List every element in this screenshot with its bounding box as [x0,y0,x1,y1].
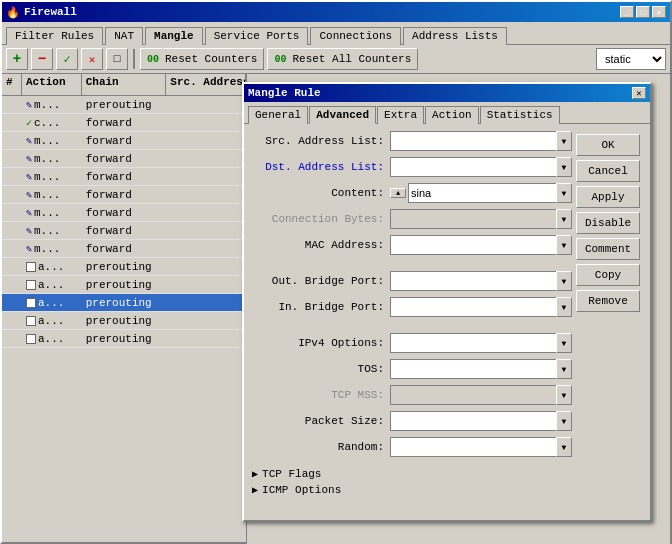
close-button[interactable]: ✕ [652,6,666,18]
table-row[interactable]: ✓ c... forward [2,114,246,132]
mac-address-arrow[interactable]: ▼ [556,235,572,255]
tab-service-ports[interactable]: Service Ports [205,27,309,45]
in-bridge-port-arrow[interactable]: ▼ [556,297,572,317]
reset-all-counters-button[interactable]: 00 Reset All Counters [267,48,418,70]
dialog-disable-button[interactable]: Disable [576,212,640,234]
tcp-mss-arrow[interactable]: ▼ [556,385,572,405]
ipv4-options-arrow[interactable]: ▼ [556,333,572,353]
dst-address-list-field[interactable] [390,157,557,177]
random-label: Random: [250,441,390,453]
connection-bytes-field[interactable] [390,209,557,229]
cell-src [166,248,246,250]
mac-address-field[interactable] [390,235,557,255]
add-button[interactable]: + [6,48,28,70]
out-bridge-port-field[interactable] [390,271,557,291]
tcp-mss-row: TCP MSS: ▼ [250,384,572,406]
enable-button[interactable]: ✓ [56,48,78,70]
table-row[interactable]: ✎ m... forward [2,240,246,258]
table-row[interactable]: ✎ m... forward [2,132,246,150]
out-bridge-port-arrow[interactable]: ▼ [556,271,572,291]
ipv4-options-field[interactable] [390,333,557,353]
apply-button[interactable]: Apply [576,186,640,208]
dialog-tab-action[interactable]: Action [425,106,479,124]
connection-bytes-input: ▼ [390,209,572,229]
cell-src [166,320,246,322]
table-row[interactable]: ✎ m... forward [2,186,246,204]
comment-button[interactable]: Comment [576,238,640,260]
in-bridge-port-field[interactable] [390,297,557,317]
dst-address-list-arrow[interactable]: ▼ [556,157,572,177]
cell-src [166,194,246,196]
divider-1 [250,260,572,266]
content-label: Content: [250,187,390,199]
table-row[interactable]: a... prerouting [2,312,246,330]
cell-num [2,104,22,106]
dialog-title-text: Mangle Rule [248,87,321,99]
table-row[interactable]: a... prerouting [2,258,246,276]
table-row[interactable]: ✎ m... forward [2,150,246,168]
random-field[interactable] [390,437,557,457]
dst-address-list-label: Dst. Address List: [250,161,390,173]
connection-bytes-arrow[interactable]: ▼ [556,209,572,229]
dialog-tab-general[interactable]: General [248,106,308,124]
table-row[interactable]: ✎ m... forward [2,168,246,186]
packet-size-arrow[interactable]: ▼ [556,411,572,431]
table-row[interactable]: a... prerouting [2,276,246,294]
table-row[interactable]: a... prerouting [2,294,246,312]
dialog-title-bar: Mangle Rule ✕ [244,84,650,102]
disable-button[interactable]: ✕ [81,48,103,70]
tab-address-lists[interactable]: Address Lists [403,27,507,45]
title-bar: 🔥 Firewall _ □ ✕ [2,2,670,22]
tcp-mss-field[interactable] [390,385,557,405]
icmp-options-expand[interactable]: ▶ ICMP Options [250,482,572,498]
maximize-button[interactable]: □ [636,6,650,18]
dialog-close-button[interactable]: ✕ [632,87,646,99]
packet-size-input: ▼ [390,411,572,431]
content-arrow[interactable]: ▼ [556,183,572,203]
remove-dialog-button[interactable]: Remove [576,290,640,312]
cell-chain: prerouting [82,260,167,274]
reset-counters-label: Reset Counters [165,53,257,65]
tab-nat[interactable]: NAT [105,27,143,45]
reset-counters-button[interactable]: 00 Reset Counters [140,48,264,70]
ipv4-options-input: ▼ [390,333,572,353]
dialog-tab-advanced[interactable]: Advanced [309,106,376,124]
dialog-tab-extra[interactable]: Extra [377,106,424,124]
cell-action: ✎ m... [22,152,82,166]
cell-chain: forward [82,242,167,256]
cancel-button[interactable]: Cancel [576,160,640,182]
table-row[interactable]: ✎ m... prerouting [2,96,246,114]
dialog-tab-statistics[interactable]: Statistics [480,106,560,124]
ok-button[interactable]: OK [576,134,640,156]
src-address-list-arrow[interactable]: ▼ [556,131,572,151]
tos-field[interactable] [390,359,557,379]
tos-arrow[interactable]: ▼ [556,359,572,379]
table-row[interactable]: ✎ m... forward [2,222,246,240]
cell-num [2,338,22,340]
tab-connections[interactable]: Connections [310,27,401,45]
tcp-flags-expand[interactable]: ▶ TCP Flags [250,466,572,482]
table-row[interactable]: ✎ m... forward [2,204,246,222]
remove-button[interactable]: − [31,48,53,70]
content-field[interactable] [408,183,557,203]
copy-button[interactable]: Copy [576,264,640,286]
minimize-button[interactable]: _ [620,6,634,18]
cell-action: ✎ m... [22,206,82,220]
tab-mangle[interactable]: Mangle [145,27,203,45]
src-address-list-field[interactable] [390,131,557,151]
cell-chain: forward [82,116,167,130]
filter-select[interactable]: static dynamic all [596,48,666,70]
dst-address-list-row: Dst. Address List: ▼ [250,156,572,178]
cell-src [166,176,246,178]
square-icon [26,262,36,272]
packet-size-field[interactable] [390,411,557,431]
divider-2 [250,322,572,328]
table-row[interactable]: a... prerouting [2,330,246,348]
tcp-flags-expand-arrow: ▶ [252,468,258,480]
tab-filter-rules[interactable]: Filter Rules [6,27,103,45]
random-arrow[interactable]: ▼ [556,437,572,457]
mangle-rule-dialog: Mangle Rule ✕ General Advanced Extra Act… [242,82,652,522]
content-up-arrow[interactable]: ▲ [390,188,406,198]
tcp-mss-label: TCP MSS: [250,389,390,401]
copy-toolbar-button[interactable]: □ [106,48,128,70]
